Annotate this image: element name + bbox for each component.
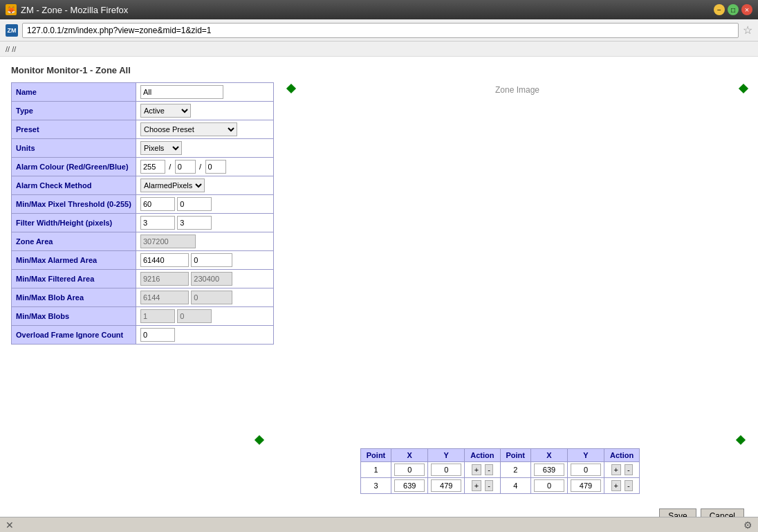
action-plus-4[interactable]: + [611, 480, 621, 491]
field-overload: Overload Frame Ignore Count [12, 326, 274, 345]
point-2: 2 [500, 462, 531, 478]
col-point2: Point [500, 449, 531, 462]
coord-row-1: 1 + - 2 + - [360, 462, 639, 478]
action-minus-4[interactable]: - [625, 480, 633, 491]
input-x1[interactable] [394, 464, 425, 476]
label-name: Name [12, 83, 136, 102]
field-zone-area: Zone Area [12, 232, 274, 251]
diamond-br [736, 435, 746, 445]
statusbar: ✕ ⚙ [0, 517, 758, 532]
coord-table: Point X Y Action Point X Y Action 1 + [360, 448, 640, 494]
label-filter-wh: Filter Width/Height (pixels) [12, 214, 136, 232]
point-1: 1 [360, 462, 391, 478]
input-zone-area [140, 235, 196, 248]
label-overload: Overload Frame Ignore Count [12, 326, 136, 345]
point-3: 3 [360, 478, 391, 494]
field-preset: Preset Choose Preset [12, 120, 274, 139]
label-units: Units [12, 139, 136, 158]
col-point1: Point [360, 449, 391, 462]
diamond-tr [739, 84, 748, 93]
label-type: Type [12, 102, 136, 120]
field-pixel-threshold: Min/Max Pixel Threshold (0-255) [12, 195, 274, 214]
field-blob-area: Min/Max Blob Area [12, 288, 274, 307]
form-layout: Name Type Active Inclusive Exclusive Pre… [11, 82, 747, 359]
input-x3[interactable] [394, 479, 425, 492]
coord-header-row: Point X Y Action Point X Y Action [360, 449, 639, 462]
input-filter-h[interactable] [177, 216, 212, 230]
select-units[interactable]: Pixels Percent [140, 141, 182, 155]
input-blob-area-max [191, 291, 232, 304]
select-alarm-check[interactable]: AlarmedPixels FilteredPixels Blobs [140, 178, 205, 192]
field-alarm-colour: Alarm Colour (Red/Green/Blue) / / [12, 158, 274, 176]
label-filtered-area: Min/Max Filtered Area [12, 270, 136, 288]
col-y2: Y [568, 449, 604, 462]
input-green[interactable] [175, 160, 196, 174]
input-pixel-min[interactable] [140, 197, 175, 211]
diamond-tl [286, 84, 296, 93]
toolbar: // // [0, 42, 758, 57]
address-bar: ZM ☆ [0, 19, 758, 42]
field-blobs: Min/Max Blobs [12, 307, 274, 326]
toolbar-text: // // [6, 45, 16, 53]
slash-sep-1: / [169, 163, 171, 171]
field-alarmed-area: Min/Max Alarmed Area [12, 251, 274, 270]
action-minus-3[interactable]: - [485, 480, 493, 491]
input-blobs-max [177, 309, 212, 323]
main-content: Monitor Monitor-1 - Zone All Name Type [0, 57, 758, 532]
statusbar-icon: ✕ [6, 520, 14, 531]
col-y1: Y [428, 449, 465, 462]
label-alarm-check: Alarm Check Method [12, 176, 136, 195]
input-name[interactable] [140, 85, 223, 99]
maximize-button[interactable]: □ [728, 4, 739, 15]
label-blobs: Min/Max Blobs [12, 307, 136, 326]
label-preset: Preset [12, 120, 136, 139]
action-plus-3[interactable]: + [472, 480, 481, 491]
input-y2[interactable] [571, 464, 601, 476]
bookmark-icon[interactable]: ☆ [743, 24, 752, 37]
select-preset[interactable]: Choose Preset [140, 122, 237, 136]
input-blobs-min [140, 309, 175, 323]
point-4: 4 [500, 478, 531, 494]
label-alarm-colour: Alarm Colour (Red/Green/Blue) [12, 158, 136, 176]
close-button[interactable]: × [741, 4, 752, 15]
action-minus-1[interactable]: - [485, 464, 493, 475]
diamond-bl [255, 435, 264, 445]
input-filter-w[interactable] [140, 216, 175, 230]
col-action2: Action [604, 449, 640, 462]
input-alarmed-min[interactable] [140, 253, 189, 267]
select-type[interactable]: Active Inclusive Exclusive Preclusive In… [140, 104, 191, 118]
field-alarm-check: Alarm Check Method AlarmedPixels Filtere… [12, 176, 274, 195]
address-input[interactable] [22, 23, 739, 38]
label-blob-area: Min/Max Blob Area [12, 288, 136, 307]
coord-row-2: 3 + - 4 + - [360, 478, 639, 494]
zone-image-area: Zone Image [288, 82, 747, 359]
minimize-button[interactable]: − [714, 4, 725, 15]
action-plus-1[interactable]: + [472, 464, 481, 475]
col-x2: X [531, 449, 568, 462]
zm-icon: ZM [6, 24, 18, 37]
window-title: ZM - Zone - Mozilla Firefox [21, 5, 714, 15]
input-y4[interactable] [571, 479, 601, 492]
input-y3[interactable] [431, 479, 461, 492]
browser-icon: 🦊 [6, 4, 17, 15]
input-y1[interactable] [431, 464, 461, 476]
field-units: Units Pixels Percent [12, 139, 274, 158]
statusbar-right-icon: ⚙ [743, 520, 752, 531]
input-alarmed-max[interactable] [191, 253, 232, 267]
input-x2[interactable] [534, 464, 564, 476]
input-filtered-min [140, 272, 189, 286]
coord-section: Point X Y Action Point X Y Action 1 + [256, 434, 744, 494]
input-red[interactable] [140, 160, 165, 174]
form-table: Name Type Active Inclusive Exclusive Pre… [11, 82, 274, 345]
label-alarmed-area: Min/Max Alarmed Area [12, 251, 136, 270]
label-zone-area: Zone Area [12, 232, 136, 251]
action-minus-2[interactable]: - [625, 464, 633, 475]
input-x4[interactable] [534, 479, 564, 492]
input-blob-area-min [140, 291, 189, 304]
input-pixel-max[interactable] [177, 197, 212, 211]
form-section: Name Type Active Inclusive Exclusive Pre… [11, 82, 274, 359]
input-blue[interactable] [205, 160, 226, 174]
field-filter-wh: Filter Width/Height (pixels) [12, 214, 274, 232]
action-plus-2[interactable]: + [611, 464, 621, 475]
input-overload[interactable] [140, 328, 175, 342]
